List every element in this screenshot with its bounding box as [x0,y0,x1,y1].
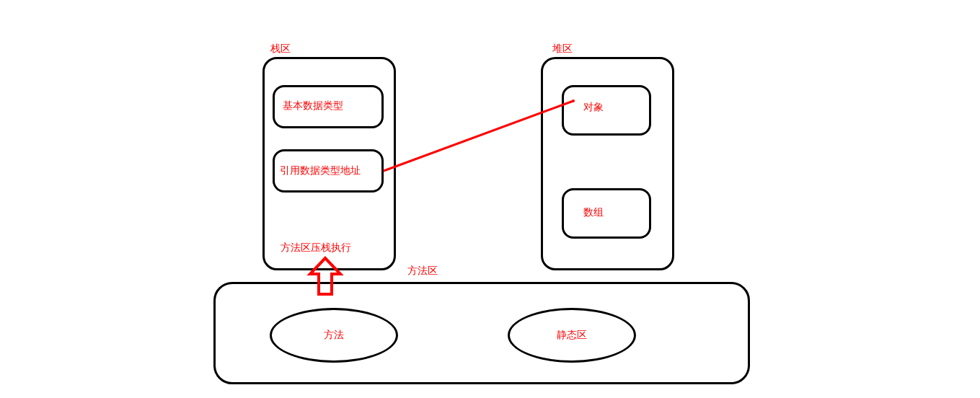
static-area-label: 静态区 [557,329,587,342]
method-ellipse: 方法 [270,308,398,363]
stack-area-title: 栈区 [270,43,291,56]
heap-area-title: 堆区 [552,43,573,56]
ref-type-addr-label: 引用数据类型地址 [280,164,361,177]
method-label: 方法 [324,329,344,342]
static-area-ellipse: 静态区 [508,308,636,363]
object-box [562,85,651,136]
basic-data-type-label: 基本数据类型 [283,100,343,112]
object-label: 对象 [583,101,604,114]
diagram-canvas: 栈区 堆区 基本数据类型 引用数据类型地址 方法区压栈执行 对象 数组 方法区 … [0,0,980,398]
stack-exec-label: 方法区压栈执行 [281,242,351,255]
array-box [562,188,651,239]
method-area-title: 方法区 [407,265,438,278]
array-label: 数组 [583,206,604,219]
